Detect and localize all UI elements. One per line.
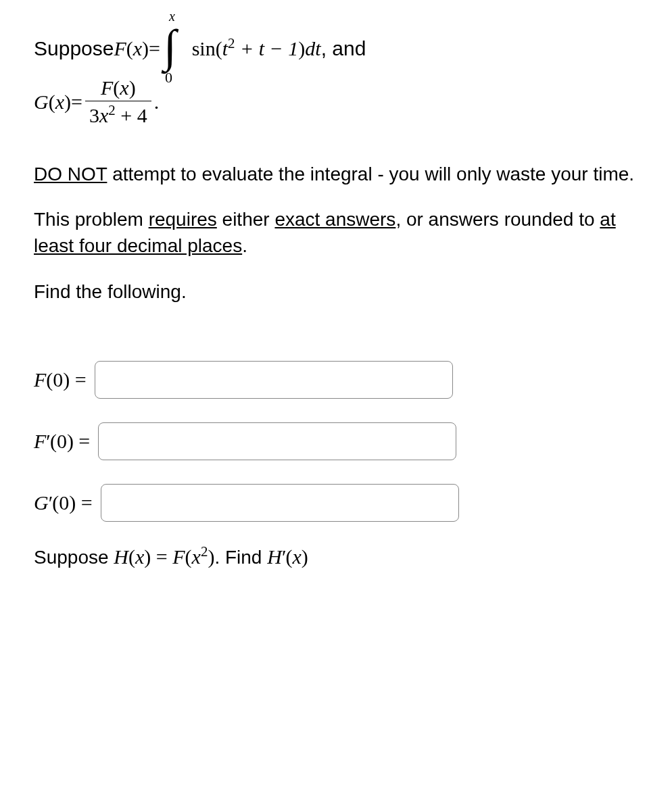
integral-block: ∫ x 0 <box>164 30 176 66</box>
integrand: sin(t2 + t − 1)dt <box>192 37 321 60</box>
close-paren: ) <box>142 37 149 60</box>
dt: dt <box>305 37 320 59</box>
f0-label: F(0) = <box>34 368 87 391</box>
suppose-text: Suppose <box>34 37 114 60</box>
period: . <box>154 91 160 114</box>
instruction-requires: This problem requires either exact answe… <box>34 206 638 259</box>
instruction-do-not: DO NOT attempt to evaluate the integral … <box>34 161 638 187</box>
find-following-text: Find the following. <box>34 278 638 305</box>
fraction-denominator: 3x2 + 4 <box>85 101 151 127</box>
t-var: t <box>222 37 228 59</box>
problem-definition-line2: G ( x ) = F(x) 3x2 + 4 . <box>34 76 638 127</box>
sin-close: ) <box>298 37 305 59</box>
x-var: x <box>133 37 142 60</box>
fraction-numerator: F(x) <box>97 76 140 101</box>
G-equals: = <box>71 91 82 114</box>
open-paren: ( <box>126 37 133 60</box>
G-x-var: x <box>55 91 64 114</box>
fraction-block: F(x) 3x2 + 4 <box>85 76 151 127</box>
F-symbol: F <box>114 37 126 60</box>
do-not-rest: attempt to evaluate the integral - you w… <box>107 164 634 185</box>
t-exp2: 2 <box>228 35 235 51</box>
answer-row-f0: F(0) = <box>34 361 638 399</box>
equals: = <box>149 37 160 60</box>
and-text: , and <box>321 37 366 60</box>
problem-definition-line1: Suppose F ( x ) = ∫ x 0 sin(t2 + t − 1)d… <box>34 30 638 66</box>
G-close: ) <box>64 91 71 114</box>
f0-input[interactable] <box>95 361 453 399</box>
fprime0-input[interactable] <box>98 422 456 460</box>
integral-lower-limit: 0 <box>165 69 172 87</box>
gprime0-label: G′(0) = <box>34 491 93 514</box>
sin-func: sin <box>192 37 216 59</box>
G-open: ( <box>49 91 55 114</box>
final-question: Suppose H(x) = F(x2). Find H′(x) <box>34 545 638 568</box>
fprime0-label: F′(0) = <box>34 430 90 453</box>
do-not-emphasis: DO NOT <box>34 164 107 185</box>
answer-row-fprime0: F′(0) = <box>34 422 638 460</box>
integral-upper-limit: x <box>169 9 175 24</box>
answer-row-gprime0: G′(0) = <box>34 484 638 522</box>
gprime0-input[interactable] <box>101 484 459 522</box>
G-symbol: G <box>34 91 49 114</box>
sin-open: ( <box>216 37 222 59</box>
plus-t-minus-1: + t − 1 <box>235 37 299 59</box>
integral-sign-icon: ∫ <box>164 20 176 72</box>
